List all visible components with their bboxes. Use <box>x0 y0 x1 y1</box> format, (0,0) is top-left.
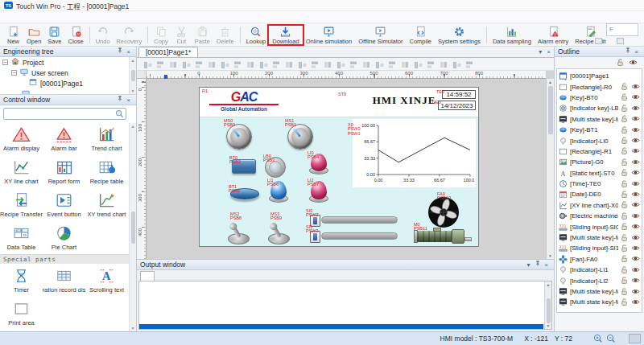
toolbar-button-open[interactable]: Open <box>23 24 44 46</box>
part-item-xy-line-chart[interactable]: XY line chart <box>0 155 43 188</box>
expander-icon[interactable]: − <box>2 60 8 65</box>
toolbar-button-compile[interactable]: Compile <box>406 24 435 46</box>
output-line[interactable] <box>139 303 543 310</box>
knob-ms0[interactable] <box>226 124 252 150</box>
tree-item-project[interactable]: − Project <box>0 57 136 68</box>
align-tool-icon[interactable] <box>270 59 281 69</box>
toolbar-button-delete[interactable]: Delete <box>213 24 237 46</box>
align-tool-icon[interactable] <box>296 59 307 69</box>
align-tool-icon[interactable] <box>451 59 461 69</box>
part-item-report-form[interactable]: Report form <box>43 155 85 188</box>
close-icon[interactable]: × <box>124 47 133 56</box>
align-tool-icon[interactable] <box>374 59 384 69</box>
control-window-scrollbar[interactable]: ▲▼ <box>129 123 136 331</box>
part-item-alarm-display[interactable]: Alarm display <box>0 122 43 155</box>
visibility-icon[interactable] <box>631 295 640 310</box>
toolbar-button-recovery[interactable]: Recovery <box>114 24 146 46</box>
toolbar-button-new[interactable]: New <box>3 24 23 46</box>
align-tool-icon[interactable] <box>232 59 242 69</box>
mini-toolbar-icon[interactable] <box>595 38 602 44</box>
align-tool-icon[interactable] <box>464 59 474 69</box>
toolbar-button-lookup[interactable]: Lookup <box>243 24 270 46</box>
align-tool-icon[interactable] <box>309 59 320 69</box>
close-icon[interactable]: × <box>632 47 641 56</box>
toggle-switch-ms3[interactable] <box>268 217 291 244</box>
toolbar-button-close[interactable]: Close <box>64 24 86 46</box>
xy-line-chart[interactable]: 0.0033.3366.67100.000.0033.3366.67100.00 <box>357 121 474 185</box>
align-tool-icon[interactable] <box>142 59 152 69</box>
outline-item-multi-state-key-ms3[interactable]: [Multi state key]-MS3 <box>557 297 642 307</box>
search-icon[interactable] <box>115 109 124 118</box>
output-tab-error-list[interactable] <box>156 271 169 281</box>
toolbar-button-copy[interactable]: Copy <box>151 24 171 46</box>
toolbar-button-system-settings[interactable]: System settings <box>435 24 484 46</box>
slider-track-si1[interactable] <box>321 232 398 240</box>
align-tool-icon[interactable] <box>438 59 448 69</box>
part-item-trend-chart[interactable]: Trend chart <box>85 122 128 155</box>
output-line[interactable] <box>139 324 543 330</box>
zoom-in-icon[interactable] <box>593 334 603 343</box>
align-tool-icon[interactable] <box>386 59 397 69</box>
dropdown-icon[interactable]: ▾ <box>524 261 533 269</box>
align-tool-icon[interactable] <box>155 59 165 69</box>
hmi-page[interactable]: R1 GAC Global Automation ST0 HMI XINJE T… <box>199 87 479 247</box>
date-display[interactable]: 14/12/2023 <box>438 101 476 110</box>
part-item-xy-trend-chart[interactable]: XY trend chart <box>85 188 128 221</box>
fan-fa0[interactable] <box>427 196 460 228</box>
align-tool-icon[interactable] <box>399 59 410 69</box>
part-item-pie-chart[interactable]: Pie Chart <box>43 221 85 254</box>
zoom-level-box[interactable] <box>629 334 641 343</box>
output-line[interactable] <box>139 317 543 324</box>
part-item-event-button[interactable]: Event button <box>43 188 85 221</box>
part-item-alarm-bar[interactable]: Alarm bar <box>43 122 85 155</box>
pin-icon[interactable] <box>533 260 542 269</box>
pin-icon[interactable] <box>115 47 124 56</box>
toolbar-button-alarm-entry[interactable]: Alarm entry <box>535 24 572 46</box>
align-tool-icon[interactable] <box>425 59 436 69</box>
part-item-data-table[interactable]: 010110Data Table <box>0 221 43 254</box>
close-icon[interactable]: × <box>124 96 133 105</box>
part-item-timer[interactable]: Timer <box>0 264 43 297</box>
align-tool-icon[interactable] <box>322 59 332 69</box>
align-tool-icon[interactable] <box>219 59 229 69</box>
toolbar-button-save[interactable]: Save <box>44 24 64 46</box>
pin-icon[interactable] <box>115 95 124 105</box>
canvas-vertical-scrollbar[interactable]: ▲▼ <box>546 79 554 259</box>
align-tool-icon[interactable] <box>361 59 371 69</box>
align-tool-icon[interactable] <box>412 59 423 69</box>
gac-logo[interactable]: GAC Global Automation <box>209 90 279 112</box>
toolbar-button-offline-simulator[interactable]: Offline Simulator <box>355 24 406 46</box>
output-tab-output[interactable] <box>140 271 155 281</box>
output-line[interactable] <box>139 282 543 290</box>
mini-toolbar-icon[interactable] <box>617 38 624 44</box>
toolbar-button-online-simulation[interactable]: Online simulation <box>303 24 356 46</box>
slider-track-si0[interactable] <box>321 216 398 224</box>
expander-icon[interactable]: − <box>11 70 17 76</box>
toolbar-button-download[interactable]: Download <box>269 24 302 46</box>
time-display[interactable]: 14:59:52 <box>442 90 476 99</box>
toolbar-button-cut[interactable]: Cut <box>171 24 192 46</box>
align-tool-icon[interactable] <box>283 59 294 69</box>
part-item-recipe-table[interactable]: Recipe table <box>85 155 128 188</box>
tab-close-icon[interactable]: × <box>547 48 551 56</box>
toggle-switch-ms2[interactable] <box>228 217 250 244</box>
knob-ms1[interactable] <box>287 124 313 150</box>
lock-icon[interactable] <box>620 295 629 310</box>
output-line[interactable] <box>139 296 543 303</box>
toolbar-button-undo[interactable]: Undo <box>93 24 114 46</box>
part-item-print-area[interactable]: Print area <box>0 297 43 330</box>
tree-item-partial[interactable] <box>0 88 136 95</box>
zoom-out-icon[interactable] <box>606 334 616 343</box>
part-item-ration-record-dis[interactable]: ration record dis <box>43 264 85 297</box>
tree-item-user-screen[interactable]: − User screen <box>0 68 136 78</box>
toolbar-button-paste[interactable]: Paste <box>192 24 213 46</box>
align-tool-icon[interactable] <box>167 59 178 69</box>
align-tool-icon[interactable] <box>206 59 217 69</box>
tab-list-dropdown-icon[interactable]: ▾ <box>539 48 542 56</box>
output-line[interactable] <box>139 290 543 297</box>
search-input[interactable] <box>4 109 115 119</box>
output-line[interactable] <box>139 310 543 317</box>
part-item-recipe-transfer[interactable]: Recipe Transfer <box>0 188 43 221</box>
toolbar-button-data-sampling[interactable]: Data sampling <box>489 24 535 46</box>
part-item-scrolling-text[interactable]: AScrolling text <box>85 264 128 297</box>
